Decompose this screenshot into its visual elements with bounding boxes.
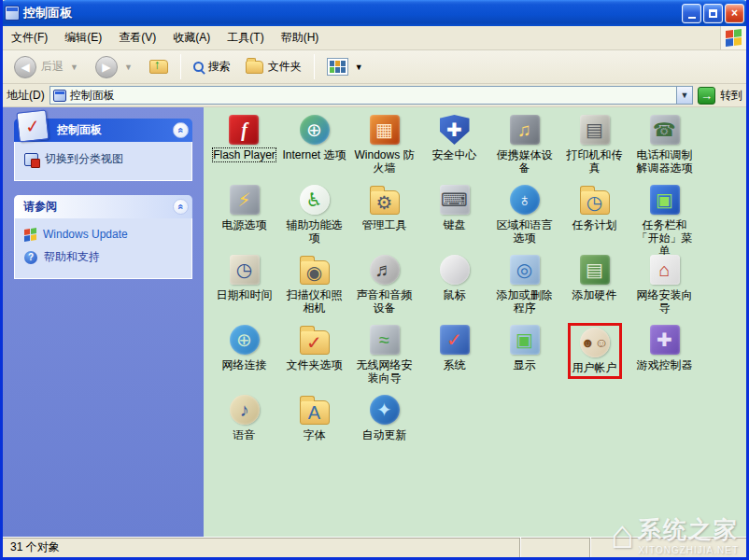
scanners-and-cameras-item[interactable]: ◉扫描仪和照相机 xyxy=(279,253,349,323)
status-pane xyxy=(589,538,746,557)
back-button[interactable]: ◀ 后退 ▼ xyxy=(8,53,86,81)
item-label: 辅助功能选项 xyxy=(281,218,347,245)
menu-help[interactable]: 帮助(H) xyxy=(273,26,328,49)
icon-glyph: ☎ xyxy=(653,120,676,139)
item-label: 安全中心 xyxy=(432,148,477,161)
item-label: 网络安装向导 xyxy=(631,288,698,315)
network-setup-wizard-item[interactable]: ⌂网络安装向导 xyxy=(629,253,700,323)
power-options-icon: ⚡ xyxy=(230,185,260,215)
views-dropdown-icon: ▼ xyxy=(355,63,363,72)
icon-glyph: ◎ xyxy=(516,260,532,279)
date-and-time-item[interactable]: ◷日期和时间 xyxy=(209,253,279,323)
scheduled-tasks-item[interactable]: ◷任务计划 xyxy=(559,183,629,253)
see-also-panel-header[interactable]: 请参阅 « xyxy=(14,195,192,218)
flash-player-item[interactable]: fFlash Player xyxy=(209,113,279,183)
views-icon xyxy=(327,58,348,76)
window-icon xyxy=(5,6,20,21)
phone-and-modem-options-item[interactable]: ☎电话和调制解调器选项 xyxy=(629,113,700,183)
portable-media-devices-icon: ♫ xyxy=(510,115,540,145)
views-button[interactable]: ▼ xyxy=(321,55,371,78)
collapse-panel-button[interactable]: « xyxy=(173,122,189,138)
address-input[interactable]: 控制面板 ▼ xyxy=(49,86,693,105)
portable-media-devices-item[interactable]: ♫便携媒体设备 xyxy=(489,113,559,183)
user-accounts-item[interactable]: ☻☺用户帐户 xyxy=(559,323,629,393)
help-icon: ? xyxy=(24,251,37,264)
control-panel-panel-header[interactable]: ✓ 控制面板 « xyxy=(14,119,192,142)
keyboard-item[interactable]: ⌨键盘 xyxy=(419,183,489,253)
taskbar-and-start-menu-item[interactable]: ▣任务栏和「开始」菜单 xyxy=(629,183,700,253)
icon-glyph: ♁ xyxy=(517,190,531,209)
menu-tools[interactable]: 工具(T) xyxy=(219,26,272,49)
see-also-panel: 请参阅 « Windows Update ? 帮助和支持 xyxy=(14,195,192,279)
up-folder-icon xyxy=(149,60,168,74)
item-label: 鼠标 xyxy=(444,288,466,301)
accessibility-options-item[interactable]: ♿辅助功能选项 xyxy=(279,183,349,253)
search-button[interactable]: 搜索 xyxy=(188,56,236,77)
close-button[interactable]: × xyxy=(725,4,744,23)
sounds-and-audio-devices-item[interactable]: ♬声音和音频设备 xyxy=(349,253,419,323)
item-label: 日期和时间 xyxy=(217,288,273,301)
menu-view[interactable]: 查看(V) xyxy=(110,26,164,49)
regional-and-language-options-item[interactable]: ♁区域和语言选项 xyxy=(489,183,559,253)
menu-edit[interactable]: 编辑(E) xyxy=(56,26,110,49)
fonts-item[interactable]: A字体 xyxy=(279,393,349,463)
minimize-button[interactable] xyxy=(682,4,701,23)
system-item[interactable]: ✓系统 xyxy=(419,323,489,393)
item-label: 系统 xyxy=(444,358,466,371)
item-label: 声音和音频设备 xyxy=(351,288,417,315)
control-panel-icon: ✓ xyxy=(16,109,49,142)
minimize-icon xyxy=(688,7,696,19)
automatic-updates-item[interactable]: ✦自动更新 xyxy=(349,393,419,463)
icon-glyph: ☻☺ xyxy=(581,336,608,349)
mouse-item[interactable]: 鼠标 xyxy=(419,253,489,323)
display-icon: ▣ xyxy=(510,325,540,355)
go-button[interactable]: → xyxy=(698,87,715,105)
collapse-panel-button[interactable]: « xyxy=(173,199,189,215)
security-center-item[interactable]: ✚安全中心 xyxy=(419,113,489,183)
help-and-support-link[interactable]: ? 帮助和支持 xyxy=(24,249,184,265)
item-label: 添加硬件 xyxy=(572,288,617,301)
icon-glyph: ▣ xyxy=(656,190,673,209)
menu-file[interactable]: 文件(F) xyxy=(3,26,56,49)
wireless-network-setup-wizard-item[interactable]: ≈无线网络安装向导 xyxy=(349,323,419,393)
title-bar[interactable]: 控制面板 × xyxy=(0,0,749,26)
windows-update-link[interactable]: Windows Update xyxy=(24,228,184,241)
printers-and-faxes-item[interactable]: ▤打印机和传真 xyxy=(559,113,629,183)
network-setup-wizard-icon: ⌂ xyxy=(650,255,680,285)
folder-options-icon: ✓ xyxy=(300,330,330,355)
automatic-updates-icon: ✦ xyxy=(370,395,400,425)
speech-item[interactable]: ♪语音 xyxy=(209,393,279,463)
menu-bar: 文件(F) 编辑(E) 查看(V) 收藏(A) 工具(T) 帮助(H) xyxy=(3,26,746,50)
item-label: 扫描仪和照相机 xyxy=(281,288,347,315)
game-controllers-item[interactable]: ✚游戏控制器 xyxy=(629,323,700,393)
forward-button[interactable]: ▶ ▼ xyxy=(90,53,140,81)
power-options-item[interactable]: ⚡电源选项 xyxy=(209,183,279,253)
folder-options-item[interactable]: ✓文件夹选项 xyxy=(279,323,349,393)
up-button[interactable] xyxy=(144,57,174,77)
address-label: 地址(D) xyxy=(7,88,45,104)
menu-favorites[interactable]: 收藏(A) xyxy=(164,26,219,49)
maximize-button[interactable] xyxy=(703,4,723,23)
search-label: 搜索 xyxy=(208,59,231,75)
game-controllers-icon: ✚ xyxy=(650,325,680,355)
add-or-remove-programs-item[interactable]: ◎添加或删除程序 xyxy=(489,253,559,323)
internet-options-item[interactable]: ⊕Internet 选项 xyxy=(279,113,349,183)
sounds-and-audio-devices-icon: ♬ xyxy=(370,255,400,285)
windows-firewall-item[interactable]: ▦Windows 防火墙 xyxy=(349,113,419,183)
network-connections-item[interactable]: ⊕网络连接 xyxy=(209,323,279,393)
add-hardware-item[interactable]: ▤添加硬件 xyxy=(559,253,629,323)
task-pane: ✓ 控制面板 « 切换到分类视图 请参阅 « xyxy=(3,107,204,537)
flash-player-icon: f xyxy=(229,115,259,145)
windows-update-icon xyxy=(24,228,36,242)
administrative-tools-item[interactable]: ⚙管理工具 xyxy=(349,183,419,253)
display-item[interactable]: ▣显示 xyxy=(489,323,559,393)
windows-firewall-icon: ▦ xyxy=(370,115,400,145)
phone-and-modem-options-icon: ☎ xyxy=(650,115,680,145)
icon-glyph: ✦ xyxy=(376,400,392,419)
item-label: 显示 xyxy=(514,358,536,371)
folders-button[interactable]: 文件夹 xyxy=(240,56,307,77)
address-dropdown-button[interactable]: ▼ xyxy=(676,87,692,104)
toolbar-separator xyxy=(314,54,315,79)
icon-glyph: ≈ xyxy=(379,330,389,349)
switch-to-category-view-link[interactable]: 切换到分类视图 xyxy=(24,151,184,167)
